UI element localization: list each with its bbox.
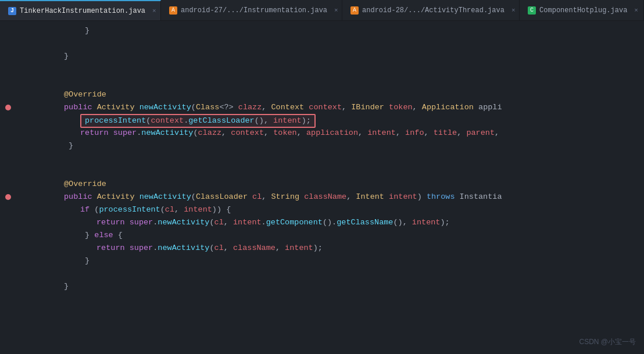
code-line [48,152,644,165]
code-token: processIntent [99,205,160,214]
tab-android28-label: android-28/.../ActivityThread.java [362,6,505,15]
code-token: newActivity [158,218,209,227]
code-token: , [224,218,233,227]
code-token: ); [302,116,311,125]
line-number [16,37,41,50]
code-token: . [262,218,266,227]
tab-android27[interactable]: A android-27/.../Instrumentation.java × [161,0,342,20]
code-token: <?> [219,103,238,112]
code-line [48,63,644,76]
indicator-row [0,114,16,127]
indicator-row [0,152,16,165]
code-token: className [304,192,346,201]
code-token [384,103,389,112]
code-token [384,192,389,201]
code-token: , [221,128,231,137]
code-token: newActivity [139,192,191,201]
tab-tinker[interactable]: J TinkerHackInstrumentation.java × [0,0,161,20]
code-line: processIntent(context.getClassLoader(), … [48,114,644,127]
tab-component[interactable]: C ComponentHotplug.java × [520,0,644,20]
code-token: @Override [64,180,106,188]
code-token: IBinder [351,103,384,112]
code-token: Class [196,103,220,112]
tab-tinker-close[interactable]: × [152,8,156,15]
line-number [16,88,41,101]
code-token: clazz [198,128,222,137]
tab-android28[interactable]: A android-28/.../ActivityThread.java × [342,0,520,20]
code-token: super [130,244,153,252]
tab-android28-close[interactable]: × [511,7,516,14]
java-icon: J [8,7,16,15]
indicator-row [0,140,16,152]
code-token: Activity [97,103,135,112]
indicator-row [0,267,16,280]
code-token: } [80,256,90,265]
gutter [16,21,45,354]
code-token: ( [191,192,196,201]
code-token [125,244,130,252]
code-line [48,76,644,88]
code-token: clazz [238,103,262,112]
code-line: if (processIntent(cl, intent)) { [48,203,644,216]
code-token: processIntent [85,116,146,125]
code-token: intent [233,218,262,227]
watermark: CSDN @小宝一号 [579,337,636,347]
code-area: } } @Overridepublic Activity newActivity… [0,21,644,354]
android28-icon: A [350,6,359,15]
indicator-row [0,191,16,203]
indicator-row [0,229,16,242]
code-token: cl [165,205,174,214]
indicator-row [0,216,16,229]
code-token: Application [422,103,474,112]
code-token: ( [160,205,165,214]
code-token: if [80,205,90,214]
code-token: , [262,192,271,201]
line-number [16,178,41,191]
code-line: return super.newActivity(clazz, context,… [48,127,644,140]
code-line: return super.newActivity(cl, className, … [48,242,644,255]
indicator-row [0,280,16,293]
code-token: , [457,128,466,137]
code-token [135,103,139,112]
code-token: token [273,128,297,137]
code-token: className [233,244,276,252]
indicators [0,21,16,354]
code-token: , [424,128,433,137]
line-number [16,280,41,293]
code-token: { [113,231,123,239]
tab-android27-close[interactable]: × [334,7,338,14]
breakpoint-icon[interactable] [5,105,11,110]
code-token: newActivity [158,244,209,252]
code-token: ClassLoader [196,192,248,201]
highlighted-line: processIntent(context.getClassLoader(), … [80,114,316,128]
line-number [16,229,41,242]
tab-android27-label: android-27/.../Instrumentation.java [181,6,327,15]
tab-component-close[interactable]: × [634,7,638,14]
code-token: } [64,282,69,291]
code-token: context [151,116,184,125]
code-line: } [48,140,644,152]
code-token: Intent [356,192,384,201]
code-token: ( [209,244,214,252]
code-token: , [396,128,405,137]
line-number [16,127,41,140]
code-line: @Override [48,178,644,191]
code-token: return [80,128,109,137]
code-token [92,192,97,201]
indicator-row [0,101,16,114]
tab-bar: J TinkerHackInstrumentation.java × A and… [0,0,644,21]
code-token: ( [193,128,198,137]
code-token: } [80,26,90,35]
code-line: } [48,24,644,37]
code-token: cl [252,192,262,201]
tab-tinker-label: TinkerHackInstrumentation.java [20,7,145,15]
code-token: newActivity [139,103,191,112]
line-number [16,76,41,88]
code-token [135,192,139,201]
breakpoint-icon[interactable] [5,194,11,200]
code-token: , [346,192,356,201]
code-token: newActivity [141,128,193,137]
code-token: ); [440,218,449,227]
line-number [16,24,41,37]
code-content: } } @Overridepublic Activity newActivity… [45,21,644,354]
